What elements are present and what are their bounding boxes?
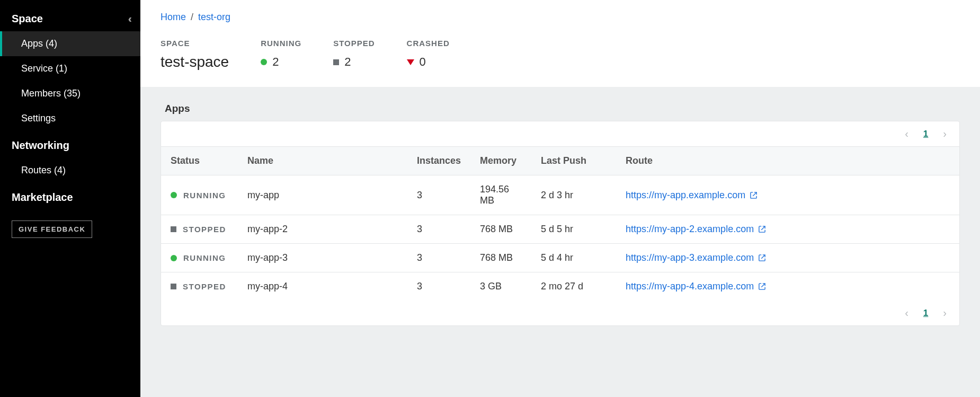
status-text: STOPPED (183, 282, 226, 291)
external-link-icon (750, 191, 758, 199)
cell-last-push: 2 mo 27 d (531, 272, 616, 301)
cell-instances: 3 (407, 244, 470, 272)
table-row[interactable]: STOPPEDmy-app-433 GB2 mo 27 dhttps://my-… (161, 272, 959, 301)
apps-table: Status Name Instances Memory Last Push R… (161, 146, 959, 301)
page-header: Home / test-org SPACE test-space RUNNING… (140, 0, 980, 87)
running-status-icon (261, 59, 267, 65)
route-url: https://my-app.example.com (626, 190, 745, 201)
route-link[interactable]: https://my-app.example.com (626, 190, 758, 201)
stat-stopped-label: STOPPED (333, 39, 375, 48)
sidebar-section-marketplace-header[interactable]: Marketplace (0, 183, 140, 210)
crashed-status-icon (407, 59, 414, 65)
external-link-icon (758, 254, 766, 262)
stat-running-count: 2 (272, 55, 279, 69)
sidebar-item-label: Members (35) (21, 88, 81, 99)
space-name: test-space (161, 54, 229, 70)
running-status-icon (171, 255, 177, 261)
table-row[interactable]: RUNNINGmy-app-33768 MB5 d 4 hrhttps://my… (161, 244, 959, 272)
breadcrumb-separator: / (191, 12, 193, 22)
sidebar-item-service[interactable]: Service (1) (0, 56, 140, 81)
cell-memory: 768 MB (470, 244, 531, 272)
stat-running: RUNNING 2 (261, 39, 301, 71)
cell-name[interactable]: my-app-3 (238, 244, 407, 272)
status-text: RUNNING (183, 253, 226, 262)
cell-memory: 194.56 MB (470, 175, 531, 215)
col-header-last-push[interactable]: Last Push (531, 147, 616, 175)
apps-card: ‹ 1 › Status Name Instances Memory Last … (161, 121, 960, 326)
table-header-row: Status Name Instances Memory Last Push R… (161, 147, 959, 175)
pager-bottom: ‹ 1 › (161, 301, 959, 325)
col-header-instances[interactable]: Instances (407, 147, 470, 175)
sidebar-section-space-header: Space ‹‹ (0, 10, 140, 31)
cell-memory: 768 MB (470, 215, 531, 244)
cell-name[interactable]: my-app (238, 175, 407, 215)
sidebar-section-networking-header: Networking (0, 131, 140, 158)
main-area: Home / test-org SPACE test-space RUNNING… (140, 0, 980, 397)
cell-instances: 3 (407, 175, 470, 215)
cell-last-push: 5 d 4 hr (531, 244, 616, 272)
stat-crashed-count: 0 (420, 55, 426, 69)
col-header-name[interactable]: Name (238, 147, 407, 175)
pager-page-number[interactable]: 1 (923, 308, 928, 319)
stat-space: SPACE test-space (161, 39, 229, 71)
stat-crashed: CRASHED 0 (407, 39, 450, 71)
external-link-icon (758, 283, 766, 290)
sidebar-item-label: Routes (4) (21, 165, 66, 175)
collapse-sidebar-icon[interactable]: ‹‹ (128, 13, 129, 25)
cell-name[interactable]: my-app-4 (238, 272, 407, 301)
running-status-icon (171, 192, 177, 198)
sidebar: Space ‹‹ Apps (4) Service (1) Members (3… (0, 0, 140, 397)
route-url: https://my-app-2.example.com (626, 224, 754, 235)
cell-name[interactable]: my-app-2 (238, 215, 407, 244)
table-row[interactable]: RUNNINGmy-app3194.56 MB2 d 3 hrhttps://m… (161, 175, 959, 215)
stat-stopped: STOPPED 2 (333, 39, 375, 71)
pager-next-icon[interactable]: › (943, 307, 947, 319)
route-url: https://my-app-4.example.com (626, 281, 754, 292)
col-header-route[interactable]: Route (616, 147, 959, 175)
cell-last-push: 5 d 5 hr (531, 215, 616, 244)
content-area: Apps ‹ 1 › Status Name Instances Memory … (140, 87, 980, 397)
sidebar-section-space-title: Space (12, 13, 43, 25)
breadcrumb-home-link[interactable]: Home (161, 12, 186, 22)
route-link[interactable]: https://my-app-3.example.com (626, 252, 766, 263)
sidebar-item-label: Apps (4) (21, 38, 57, 49)
give-feedback-button[interactable]: GIVE FEEDBACK (12, 220, 92, 238)
sidebar-section-networking-title: Networking (12, 139, 69, 152)
stat-crashed-label: CRASHED (407, 39, 450, 48)
pager-next-icon[interactable]: › (943, 128, 947, 140)
table-row[interactable]: STOPPEDmy-app-23768 MB5 d 5 hrhttps://my… (161, 215, 959, 244)
cell-memory: 3 GB (470, 272, 531, 301)
stopped-status-icon (171, 284, 176, 289)
col-header-memory[interactable]: Memory (470, 147, 531, 175)
cell-instances: 3 (407, 215, 470, 244)
stat-stopped-count: 2 (344, 55, 351, 69)
sidebar-item-members[interactable]: Members (35) (0, 81, 140, 106)
stopped-status-icon (171, 226, 176, 232)
sidebar-item-routes[interactable]: Routes (4) (0, 158, 140, 183)
external-link-icon (758, 225, 766, 233)
pager-top: ‹ 1 › (161, 121, 959, 146)
stopped-status-icon (333, 59, 339, 65)
route-link[interactable]: https://my-app-4.example.com (626, 281, 766, 292)
sidebar-item-label: Service (1) (21, 63, 67, 74)
cell-instances: 3 (407, 272, 470, 301)
space-stats: SPACE test-space RUNNING 2 STOPPED 2 (161, 39, 960, 71)
breadcrumb-org-link[interactable]: test-org (198, 12, 230, 22)
pager-prev-icon[interactable]: ‹ (905, 307, 908, 319)
status-text: STOPPED (183, 225, 226, 234)
pager-page-number[interactable]: 1 (923, 129, 928, 139)
sidebar-item-settings[interactable]: Settings (0, 106, 140, 131)
stat-running-label: RUNNING (261, 39, 301, 48)
sidebar-section-marketplace-title: Marketplace (12, 191, 73, 204)
cell-last-push: 2 d 3 hr (531, 175, 616, 215)
sidebar-item-apps[interactable]: Apps (4) (0, 31, 140, 56)
stat-space-label: SPACE (161, 39, 229, 48)
pager-prev-icon[interactable]: ‹ (905, 128, 908, 140)
col-header-status[interactable]: Status (161, 147, 238, 175)
route-link[interactable]: https://my-app-2.example.com (626, 224, 766, 235)
apps-panel-title: Apps (165, 103, 960, 114)
sidebar-item-label: Settings (21, 113, 56, 123)
route-url: https://my-app-3.example.com (626, 252, 754, 263)
status-text: RUNNING (183, 191, 226, 200)
breadcrumb: Home / test-org (161, 12, 960, 23)
